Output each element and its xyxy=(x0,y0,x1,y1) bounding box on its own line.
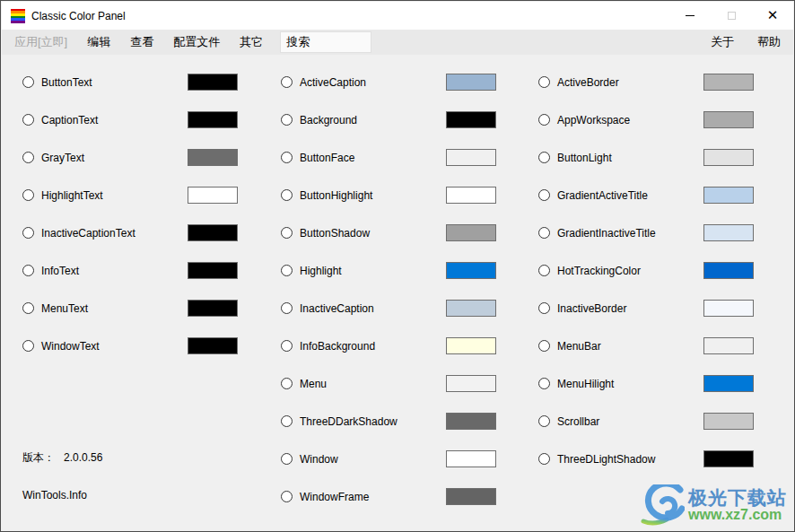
color-label: ThreeDDarkShadow xyxy=(300,415,398,428)
color-row: MenuText xyxy=(22,290,238,327)
watermark: 极光下载站 www.xz7.com xyxy=(640,484,787,526)
menu-item-help[interactable]: 帮助 xyxy=(734,34,781,50)
color-row: InfoText xyxy=(22,252,238,290)
radio-buttontext[interactable] xyxy=(22,76,34,88)
color-row: Scrollbar xyxy=(538,403,754,440)
radio-window[interactable] xyxy=(281,453,293,465)
radio-buttonface[interactable] xyxy=(281,152,293,163)
color-row: GrayText xyxy=(22,139,238,177)
color-swatch-window[interactable] xyxy=(446,450,496,467)
radio-highlight[interactable] xyxy=(281,265,293,276)
color-row: Highlight xyxy=(281,252,496,290)
radio-scrollbar[interactable] xyxy=(538,415,550,427)
radio-highlighttext[interactable] xyxy=(22,189,34,201)
color-label: GrayText xyxy=(41,152,84,164)
color-swatch-inactiveborder[interactable] xyxy=(703,300,754,317)
minimize-button[interactable] xyxy=(669,2,711,30)
color-swatch-highlight[interactable] xyxy=(446,262,496,279)
color-swatch-buttonshadow[interactable] xyxy=(446,224,496,241)
color-label: InactiveCaptionText xyxy=(41,227,135,240)
color-row: ButtonText xyxy=(22,64,238,101)
radio-windowtext[interactable] xyxy=(22,340,34,352)
version-value: 2.0.0.56 xyxy=(64,451,102,464)
watermark-text: 极光下载站 www.xz7.com xyxy=(688,488,787,523)
menu-item-view[interactable]: 查看 xyxy=(120,34,163,50)
color-swatch-buttontext[interactable] xyxy=(188,74,238,91)
radio-infotext[interactable] xyxy=(22,265,34,276)
color-swatch-buttonlight[interactable] xyxy=(703,149,754,166)
radio-menutext[interactable] xyxy=(22,302,34,314)
color-swatch-hottrackingcolor[interactable] xyxy=(703,262,754,279)
radio-infobackground[interactable] xyxy=(281,340,293,352)
radio-inactiveborder[interactable] xyxy=(538,302,550,314)
color-label: ThreeDLightShadow xyxy=(557,453,655,466)
radio-activecaption[interactable] xyxy=(281,76,293,88)
color-swatch-windowframe[interactable] xyxy=(446,488,496,505)
menu-item-edit[interactable]: 编辑 xyxy=(77,34,120,50)
color-swatch-menubar[interactable] xyxy=(703,337,754,354)
color-swatch-menutext[interactable] xyxy=(188,300,238,317)
radio-buttonshadow[interactable] xyxy=(281,227,293,239)
radio-menuhilight[interactable] xyxy=(538,378,550,389)
menu-item-apply[interactable]: 应用[立即] xyxy=(14,34,77,50)
radio-inactivecaption[interactable] xyxy=(281,302,293,314)
color-swatch-buttonface[interactable] xyxy=(446,149,496,166)
color-label: CaptionText xyxy=(41,114,98,126)
color-label: Highlight xyxy=(300,265,342,277)
close-icon: ✕ xyxy=(767,9,779,22)
color-row: ButtonShadow xyxy=(281,214,496,252)
color-swatch-appworkspace[interactable] xyxy=(703,111,754,128)
radio-windowframe[interactable] xyxy=(281,491,293,502)
color-swatch-captiontext[interactable] xyxy=(188,111,238,128)
radio-background[interactable] xyxy=(281,114,293,126)
radio-menubar[interactable] xyxy=(538,340,550,352)
radio-threeddarkshadow[interactable] xyxy=(281,415,293,427)
radio-captiontext[interactable] xyxy=(22,114,34,126)
radio-buttonhighlight[interactable] xyxy=(281,189,293,201)
color-row: InfoBackground xyxy=(281,327,496,365)
menu-item-other[interactable]: 其它 xyxy=(230,34,273,50)
menu-item-about[interactable]: 关于 xyxy=(687,34,734,50)
color-label: MenuText xyxy=(41,302,88,315)
title-bar: Classic Color Panel ✕ xyxy=(2,2,793,30)
radio-hottrackingcolor[interactable] xyxy=(538,265,550,276)
color-row: ButtonHighlight xyxy=(281,177,496,214)
color-row: ActiveBorder xyxy=(538,64,754,101)
color-label: ButtonText xyxy=(41,76,92,89)
radio-buttonlight[interactable] xyxy=(538,152,550,163)
radio-appworkspace[interactable] xyxy=(538,114,550,126)
color-swatch-activeborder[interactable] xyxy=(703,74,754,91)
color-swatch-inactivecaptiontext[interactable] xyxy=(188,224,238,241)
brand-text: WinTools.Info xyxy=(22,489,87,501)
radio-graytext[interactable] xyxy=(22,152,34,163)
color-swatch-buttonhighlight[interactable] xyxy=(446,187,496,204)
color-swatch-infotext[interactable] xyxy=(188,262,238,279)
color-row: MenuBar xyxy=(538,327,754,365)
color-column-3: ActiveBorderAppWorkspaceButtonLightGradi… xyxy=(538,64,754,478)
color-swatch-menuhilight[interactable] xyxy=(703,375,754,392)
color-swatch-menu[interactable] xyxy=(446,375,496,392)
radio-threedlightshadow[interactable] xyxy=(538,453,550,465)
search-input[interactable]: 搜索 xyxy=(280,31,371,53)
radio-menu[interactable] xyxy=(281,378,293,389)
color-swatch-threeddarkshadow[interactable] xyxy=(446,413,496,430)
close-button[interactable]: ✕ xyxy=(752,2,793,30)
color-swatch-inactivecaption[interactable] xyxy=(446,300,496,317)
color-swatch-infobackground[interactable] xyxy=(446,337,496,354)
radio-gradientactivetitle[interactable] xyxy=(538,189,550,201)
color-swatch-activecaption[interactable] xyxy=(446,74,496,91)
radio-inactivecaptiontext[interactable] xyxy=(22,227,34,239)
color-swatch-highlighttext[interactable] xyxy=(188,187,238,204)
color-swatch-windowtext[interactable] xyxy=(188,337,238,354)
color-swatch-scrollbar[interactable] xyxy=(703,413,754,430)
color-swatch-graytext[interactable] xyxy=(188,149,238,166)
maximize-button[interactable] xyxy=(711,2,752,30)
menu-right-group: 关于 帮助 xyxy=(687,34,781,50)
color-swatch-background[interactable] xyxy=(446,111,496,128)
radio-activeborder[interactable] xyxy=(538,76,550,88)
color-swatch-threedlightshadow[interactable] xyxy=(703,450,754,467)
radio-gradientinactivetitle[interactable] xyxy=(538,227,550,239)
menu-item-profile[interactable]: 配置文件 xyxy=(163,34,230,50)
color-swatch-gradientinactivetitle[interactable] xyxy=(703,224,754,241)
color-swatch-gradientactivetitle[interactable] xyxy=(703,187,754,204)
